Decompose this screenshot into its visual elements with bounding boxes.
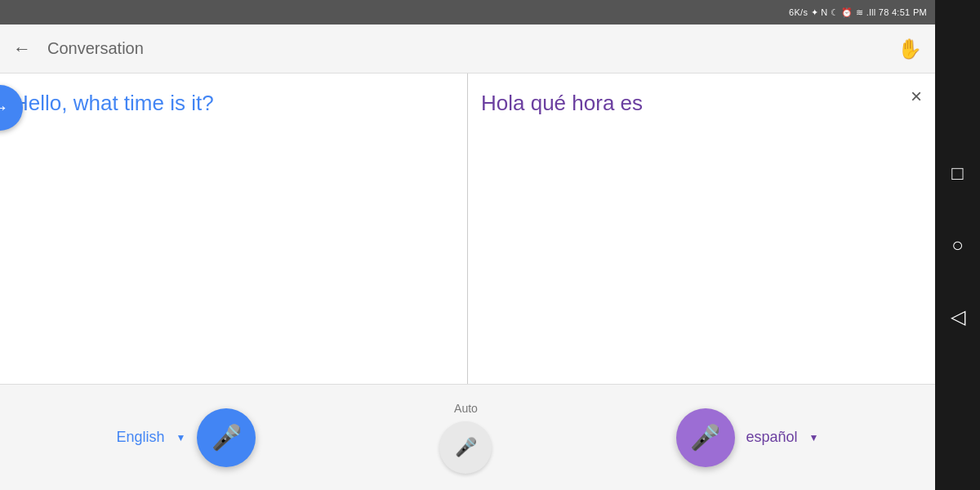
circle-nav-icon[interactable]: ○ <box>951 234 964 256</box>
auto-label: Auto <box>454 402 478 415</box>
english-lang-group: English ▼ 🎤 <box>117 408 256 467</box>
english-dropdown-arrow[interactable]: ▼ <box>176 432 186 443</box>
right-panel[interactable]: Hola qué hora es × <box>468 74 935 384</box>
phone-screen: 6K/s ✦ N ☾ ⏰ ≋ .lll 78 4:51 PM ← Convers… <box>0 0 935 490</box>
english-mic-button[interactable]: 🎤 <box>197 408 256 467</box>
hand-icon[interactable]: ✋ <box>898 38 922 60</box>
english-label[interactable]: English <box>117 429 165 446</box>
auto-mic-button[interactable]: 🎤 <box>439 421 492 474</box>
status-bar: 6K/s ✦ N ☾ ⏰ ≋ .lll 78 4:51 PM <box>0 0 935 24</box>
spanish-dropdown-arrow[interactable]: ▼ <box>809 432 819 443</box>
arrow-right-icon: → <box>0 97 9 118</box>
spanish-mic-icon: 🎤 <box>690 423 720 452</box>
auto-section: Auto 🎤 <box>439 402 492 474</box>
left-panel[interactable]: Hello, what time is it? → <box>0 74 468 384</box>
top-bar: ← Conversation ✋ <box>0 24 935 74</box>
square-nav-icon[interactable]: □ <box>951 162 964 185</box>
translated-text: Hola qué hora es <box>481 91 643 115</box>
status-bar-text: 6K/s ✦ N ☾ ⏰ ≋ .lll 78 4:51 PM <box>789 7 927 18</box>
auto-mic-icon: 🎤 <box>455 437 477 458</box>
close-button[interactable]: × <box>911 87 922 106</box>
source-text: Hello, what time is it? <box>13 91 214 115</box>
spanish-mic-button[interactable]: 🎤 <box>676 408 735 467</box>
spanish-lang-group: 🎤 español ▼ <box>676 408 819 467</box>
spanish-label[interactable]: español <box>746 429 798 446</box>
english-mic-icon: 🎤 <box>212 423 242 452</box>
nav-bar: □ ○ ◁ <box>935 0 980 490</box>
back-nav-icon[interactable]: ◁ <box>951 305 965 328</box>
page-title: Conversation <box>47 39 898 58</box>
main-content: Hello, what time is it? → Hola qué hora … <box>0 74 935 384</box>
back-button[interactable]: ← <box>13 38 31 60</box>
bottom-bar: English ▼ 🎤 Auto 🎤 🎤 español ▼ <box>0 384 935 490</box>
